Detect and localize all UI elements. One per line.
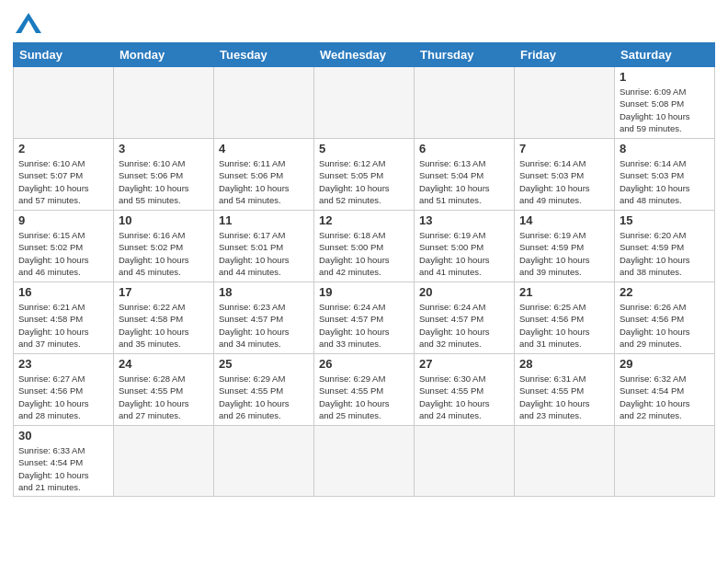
calendar-cell: 22Sunrise: 6:26 AM Sunset: 4:56 PM Dayli… [615,282,715,354]
calendar-cell: 26Sunrise: 6:29 AM Sunset: 4:55 PM Dayli… [314,354,415,426]
calendar-cell: 4Sunrise: 6:11 AM Sunset: 5:06 PM Daylig… [214,139,314,211]
day-number: 26 [319,357,409,371]
calendar-cell [314,426,415,497]
calendar-header-sunday: Sunday [14,43,114,67]
day-number: 8 [620,142,710,155]
header [13,9,715,35]
day-info: Sunrise: 6:31 AM Sunset: 4:55 PM Dayligh… [519,373,609,421]
day-info: Sunrise: 6:19 AM Sunset: 5:00 PM Dayligh… [419,229,509,278]
day-number: 20 [419,285,509,299]
calendar-cell: 16Sunrise: 6:21 AM Sunset: 4:58 PM Dayli… [14,282,114,354]
calendar-cell: 3Sunrise: 6:10 AM Sunset: 5:06 PM Daylig… [114,139,214,211]
day-number: 6 [419,142,509,155]
day-info: Sunrise: 6:14 AM Sunset: 5:03 PM Dayligh… [620,157,710,206]
calendar-cell: 20Sunrise: 6:24 AM Sunset: 4:57 PM Dayli… [415,282,515,354]
calendar-header-wednesday: Wednesday [314,43,415,67]
calendar-header-saturday: Saturday [615,43,715,67]
day-info: Sunrise: 6:18 AM Sunset: 5:00 PM Dayligh… [319,229,409,278]
calendar-cell: 2Sunrise: 6:10 AM Sunset: 5:07 PM Daylig… [14,139,114,211]
day-number: 4 [219,142,309,155]
calendar-header-tuesday: Tuesday [214,43,314,67]
calendar-cell: 28Sunrise: 6:31 AM Sunset: 4:55 PM Dayli… [515,354,615,426]
day-info: Sunrise: 6:14 AM Sunset: 5:03 PM Dayligh… [519,157,609,206]
day-info: Sunrise: 6:21 AM Sunset: 4:58 PM Dayligh… [18,301,108,350]
day-info: Sunrise: 6:32 AM Sunset: 4:54 PM Dayligh… [620,373,710,421]
calendar: SundayMondayTuesdayWednesdayThursdayFrid… [13,42,715,497]
day-number: 19 [319,285,409,299]
calendar-cell: 12Sunrise: 6:18 AM Sunset: 5:00 PM Dayli… [314,211,415,282]
day-number: 11 [219,213,309,227]
day-info: Sunrise: 6:30 AM Sunset: 4:55 PM Dayligh… [419,373,509,421]
calendar-cell [615,426,715,497]
day-number: 13 [419,213,509,227]
calendar-header-thursday: Thursday [415,43,515,67]
day-number: 21 [519,285,609,299]
day-info: Sunrise: 6:33 AM Sunset: 4:54 PM Dayligh… [18,444,108,493]
calendar-week-1: 1Sunrise: 6:09 AM Sunset: 5:08 PM Daylig… [14,67,715,139]
day-info: Sunrise: 6:24 AM Sunset: 4:57 PM Dayligh… [319,301,409,350]
calendar-cell [415,67,515,139]
day-number: 28 [519,357,609,371]
day-number: 9 [18,213,108,227]
calendar-cell [14,67,114,139]
calendar-header-friday: Friday [515,43,615,67]
calendar-cell: 11Sunrise: 6:17 AM Sunset: 5:01 PM Dayli… [214,211,314,282]
calendar-header-monday: Monday [114,43,214,67]
day-number: 2 [18,142,108,155]
calendar-cell [314,67,415,139]
calendar-cell [515,426,615,497]
logo [13,9,41,35]
day-number: 5 [319,142,409,155]
calendar-cell: 8Sunrise: 6:14 AM Sunset: 5:03 PM Daylig… [615,139,715,211]
calendar-cell: 14Sunrise: 6:19 AM Sunset: 4:59 PM Dayli… [515,211,615,282]
calendar-cell [114,426,214,497]
calendar-cell: 17Sunrise: 6:22 AM Sunset: 4:58 PM Dayli… [114,282,214,354]
day-info: Sunrise: 6:25 AM Sunset: 4:56 PM Dayligh… [519,301,609,350]
day-number: 25 [219,357,309,371]
calendar-cell: 23Sunrise: 6:27 AM Sunset: 4:56 PM Dayli… [14,354,114,426]
calendar-cell [515,67,615,139]
calendar-cell: 19Sunrise: 6:24 AM Sunset: 4:57 PM Dayli… [314,282,415,354]
calendar-header-row: SundayMondayTuesdayWednesdayThursdayFrid… [14,43,715,67]
calendar-cell: 1Sunrise: 6:09 AM Sunset: 5:08 PM Daylig… [615,67,715,139]
calendar-cell [214,426,314,497]
calendar-cell: 29Sunrise: 6:32 AM Sunset: 4:54 PM Dayli… [615,354,715,426]
day-info: Sunrise: 6:28 AM Sunset: 4:55 PM Dayligh… [119,373,209,421]
day-info: Sunrise: 6:22 AM Sunset: 4:58 PM Dayligh… [119,301,209,350]
calendar-week-2: 2Sunrise: 6:10 AM Sunset: 5:07 PM Daylig… [14,139,715,211]
day-info: Sunrise: 6:23 AM Sunset: 4:57 PM Dayligh… [219,301,309,350]
calendar-cell: 9Sunrise: 6:15 AM Sunset: 5:02 PM Daylig… [14,211,114,282]
day-number: 30 [18,429,108,442]
calendar-week-6: 30Sunrise: 6:33 AM Sunset: 4:54 PM Dayli… [14,426,715,497]
calendar-cell: 6Sunrise: 6:13 AM Sunset: 5:04 PM Daylig… [415,139,515,211]
day-number: 24 [119,357,209,371]
day-number: 16 [18,285,108,299]
calendar-cell: 15Sunrise: 6:20 AM Sunset: 4:59 PM Dayli… [615,211,715,282]
calendar-cell: 13Sunrise: 6:19 AM Sunset: 5:00 PM Dayli… [415,211,515,282]
day-info: Sunrise: 6:16 AM Sunset: 5:02 PM Dayligh… [119,229,209,278]
day-number: 29 [620,357,710,371]
day-info: Sunrise: 6:13 AM Sunset: 5:04 PM Dayligh… [419,157,509,206]
calendar-cell: 24Sunrise: 6:28 AM Sunset: 4:55 PM Dayli… [114,354,214,426]
day-info: Sunrise: 6:20 AM Sunset: 4:59 PM Dayligh… [620,229,710,278]
day-number: 12 [319,213,409,227]
day-info: Sunrise: 6:29 AM Sunset: 4:55 PM Dayligh… [219,373,309,421]
calendar-cell: 25Sunrise: 6:29 AM Sunset: 4:55 PM Dayli… [214,354,314,426]
day-number: 18 [219,285,309,299]
day-info: Sunrise: 6:27 AM Sunset: 4:56 PM Dayligh… [18,373,108,421]
calendar-cell: 30Sunrise: 6:33 AM Sunset: 4:54 PM Dayli… [14,426,114,497]
day-number: 3 [119,142,209,155]
day-info: Sunrise: 6:29 AM Sunset: 4:55 PM Dayligh… [319,373,409,421]
day-number: 23 [18,357,108,371]
calendar-cell [415,426,515,497]
calendar-week-5: 23Sunrise: 6:27 AM Sunset: 4:56 PM Dayli… [14,354,715,426]
day-info: Sunrise: 6:12 AM Sunset: 5:05 PM Dayligh… [319,157,409,206]
logo-icon [16,13,41,33]
day-info: Sunrise: 6:10 AM Sunset: 5:07 PM Dayligh… [18,157,108,206]
calendar-cell [114,67,214,139]
day-info: Sunrise: 6:09 AM Sunset: 5:08 PM Dayligh… [620,86,710,134]
calendar-cell: 27Sunrise: 6:30 AM Sunset: 4:55 PM Dayli… [415,354,515,426]
day-number: 1 [620,70,710,84]
day-number: 14 [519,213,609,227]
day-number: 10 [119,213,209,227]
